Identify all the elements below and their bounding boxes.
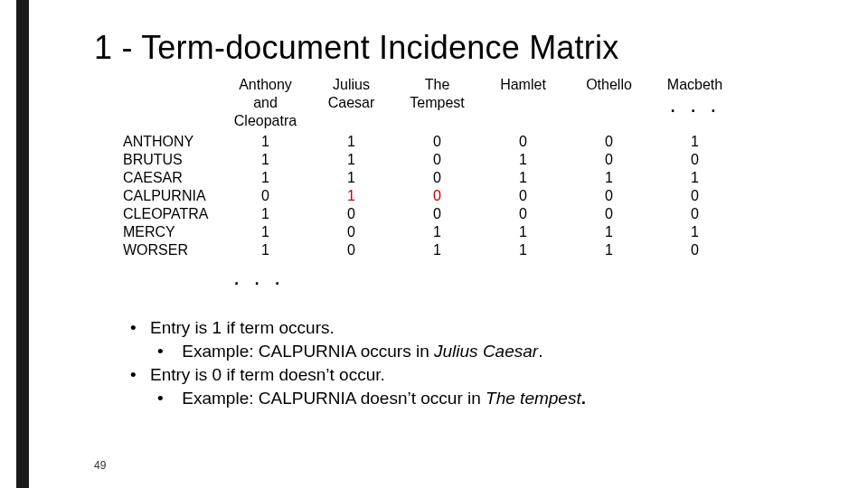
cell: 0: [308, 223, 394, 241]
cell-highlight: 0: [394, 187, 480, 205]
doc-header-line: Caesar: [328, 95, 375, 110]
cell: 0: [480, 187, 566, 205]
doc-header-line: Tempest: [410, 95, 464, 110]
term-label: CALPURNIA: [123, 187, 222, 205]
cell: 0: [652, 187, 738, 205]
table-row: ANTHONY 1 1 0 0 0 1: [123, 133, 792, 151]
term-label: BRUTUS: [123, 151, 222, 169]
doc-header-line: and: [253, 95, 278, 110]
doc-header-line: Julius: [333, 77, 370, 92]
row-ellipsis: . . .: [233, 263, 792, 291]
cell: 0: [566, 151, 652, 169]
bullet-text: .: [581, 389, 586, 408]
bullet-subitem: Example: CALPURNIA occurs in Julius Caes…: [130, 340, 868, 363]
doc-header-line: Othello: [586, 77, 632, 92]
doc-header: Othello: [566, 76, 652, 94]
cell: 0: [566, 187, 652, 205]
slide: 1 - Term-document Incidence Matrix Antho…: [29, 0, 868, 488]
cell: 0: [652, 151, 738, 169]
doc-header-line: Hamlet: [500, 77, 546, 92]
cell: 1: [652, 133, 738, 151]
doc-header: Hamlet: [480, 76, 566, 94]
cell: 0: [394, 205, 480, 223]
cell: 1: [308, 169, 394, 187]
term-label: CAESAR: [123, 169, 222, 187]
cell: 0: [480, 133, 566, 151]
cell: 1: [566, 241, 652, 259]
page-number: 49: [94, 459, 106, 472]
cell: 0: [566, 205, 652, 223]
italic-text: Julius Caesar: [434, 342, 538, 361]
table-row: CALPURNIA 0 1 0 0 0 0: [123, 187, 792, 205]
cell: 0: [394, 133, 480, 151]
table-row: CLEOPATRA 1 0 0 0 0 0: [123, 205, 792, 223]
cell: 1: [652, 223, 738, 241]
term-label: WORSER: [123, 241, 222, 259]
cell: 1: [394, 223, 480, 241]
cell: 0: [652, 241, 738, 259]
bullet-text: Example: CALPURNIA occurs in: [182, 342, 434, 361]
accent-bar: [16, 0, 29, 488]
doc-header: Macbeth . . .: [652, 76, 738, 112]
table-row: MERCY 1 0 1 1 1 1: [123, 223, 792, 241]
cell: 0: [480, 205, 566, 223]
table-row: WORSER 1 0 1 1 1 0: [123, 241, 792, 259]
cell: 1: [394, 241, 480, 259]
bullet-text: .: [538, 342, 542, 361]
cell: 1: [566, 223, 652, 241]
doc-header: The Tempest: [394, 76, 480, 112]
doc-header-line: The: [425, 77, 450, 92]
bullet-text: Entry is 0 if term doesn’t occur.: [150, 365, 385, 384]
cell: 1: [222, 223, 308, 241]
bullet-list: Entry is 1 if term occurs. Example: CALP…: [130, 316, 868, 410]
bullet-item: Entry is 1 if term occurs.: [130, 316, 868, 340]
cell: 1: [222, 151, 308, 169]
cell: 0: [308, 205, 394, 223]
page-title: 1 - Term-document Incidence Matrix: [94, 29, 868, 67]
doc-header-line: Anthony: [239, 77, 292, 92]
doc-header: Anthony and Cleopatra: [222, 76, 308, 130]
cell: 0: [394, 151, 480, 169]
doc-header-line: Cleopatra: [234, 113, 297, 128]
cell: 0: [222, 187, 308, 205]
header-empty: [123, 76, 222, 133]
cell: 1: [652, 169, 738, 187]
cell: 0: [308, 241, 394, 259]
cell: 0: [566, 133, 652, 151]
cell: 1: [480, 169, 566, 187]
term-label: MERCY: [123, 223, 222, 241]
cell: 1: [308, 151, 394, 169]
term-label: ANTHONY: [123, 133, 222, 151]
italic-text: The tempest: [486, 389, 581, 408]
bullet-text: Entry is 1 if term occurs.: [150, 318, 335, 337]
bullet-item: Entry is 0 if term doesn’t occur.: [130, 363, 868, 387]
bullet-text: Example: CALPURNIA doesn’t occur in: [182, 389, 486, 408]
term-label: CLEOPATRA: [123, 205, 222, 223]
cell: 1: [566, 169, 652, 187]
matrix-header: Anthony and Cleopatra Julius Caesar The …: [123, 76, 792, 133]
cell: 1: [480, 241, 566, 259]
incidence-matrix: Anthony and Cleopatra Julius Caesar The …: [123, 76, 792, 291]
cell: 1: [222, 205, 308, 223]
cell: 1: [222, 241, 308, 259]
doc-ellipsis: . . .: [652, 96, 738, 112]
cell: 1: [308, 133, 394, 151]
cell: 0: [394, 169, 480, 187]
cell: 1: [480, 223, 566, 241]
cell: 0: [652, 205, 738, 223]
doc-header: Julius Caesar: [308, 76, 394, 112]
table-row: BRUTUS 1 1 0 1 0 0: [123, 151, 792, 169]
cell-highlight: 1: [308, 187, 394, 205]
cell: 1: [222, 133, 308, 151]
cell: 1: [222, 169, 308, 187]
table-row: CAESAR 1 1 0 1 1 1: [123, 169, 792, 187]
bullet-subitem: Example: CALPURNIA doesn’t occur in The …: [130, 387, 868, 410]
cell: 1: [480, 151, 566, 169]
